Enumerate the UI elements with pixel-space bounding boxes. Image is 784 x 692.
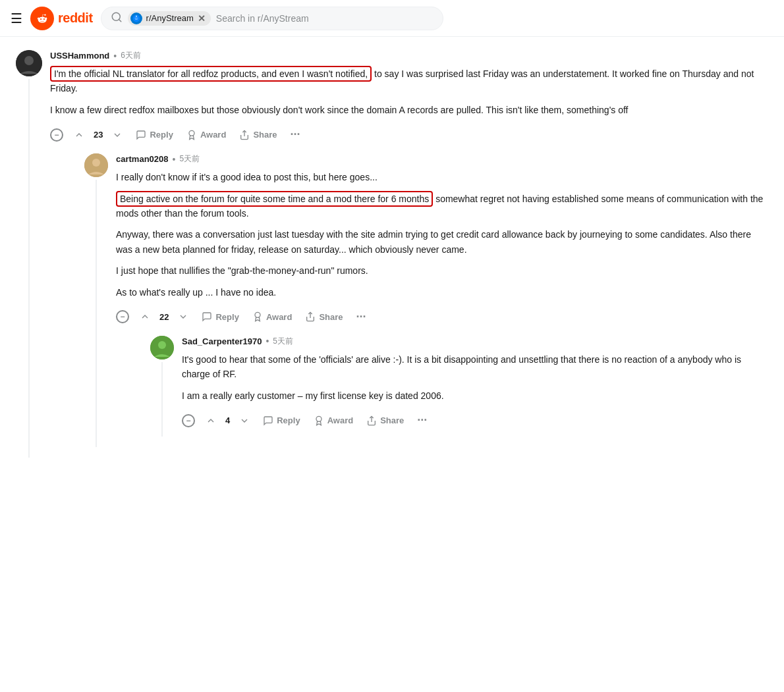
downvote-button-usshammond[interactable] xyxy=(107,126,128,144)
svg-line-2 xyxy=(119,19,121,21)
comment-actions-usshammond: − 23 Reply Award xyxy=(50,124,768,146)
comment-body-cartman: cartman0208 • 5天前 I really don't know if… xyxy=(116,153,768,447)
comment-text-sad: It's good to hear that some of the 'offi… xyxy=(182,352,768,403)
collapse-line-sad[interactable] xyxy=(161,362,163,437)
more-button-cartman[interactable]: ··· xyxy=(351,306,372,328)
comment-actions-cartman: − 22 Reply xyxy=(116,306,768,328)
share-label-usshammond: Share xyxy=(253,130,277,140)
dot-separator: • xyxy=(113,51,117,61)
comment-author-usshammond[interactable]: USSHammond xyxy=(50,51,109,61)
comment-actions-sad: − 4 xyxy=(182,410,768,431)
avatar-usshammond xyxy=(16,50,42,76)
avatar-cartman xyxy=(84,153,108,177)
hamburger-menu-icon[interactable]: ☰ xyxy=(11,11,22,26)
share-button-cartman[interactable]: Share xyxy=(300,307,348,326)
award-button-sad[interactable]: Award xyxy=(308,412,359,430)
reply-button-cartman[interactable]: Reply xyxy=(196,307,244,326)
dot-separator-3: • xyxy=(266,336,269,346)
comment-sad-carpenter: Sad_Carpenter1970 • 5天前 It's good to hea… xyxy=(150,336,768,437)
award-label-usshammond: Award xyxy=(200,130,227,140)
upvote-button-sad[interactable] xyxy=(200,412,221,430)
comment-left-cartman xyxy=(84,153,108,447)
svg-point-10 xyxy=(255,313,260,318)
vote-count-usshammond: 23 xyxy=(94,130,103,140)
avatar-sad-carpenter xyxy=(150,336,174,359)
subreddit-pill[interactable]: r/AnyStream ✕ xyxy=(128,11,211,26)
vote-area-sad: 4 xyxy=(200,412,255,430)
comment-time-sad: 5天前 xyxy=(273,336,293,347)
comment-time-cartman: 5天前 xyxy=(179,153,200,165)
vote-area-cartman: 22 xyxy=(134,307,194,326)
svg-point-13 xyxy=(158,341,166,349)
comment-time-usshammond: 6天前 xyxy=(121,50,141,61)
upvote-button-usshammond[interactable] xyxy=(69,126,90,144)
comment-author-cartman[interactable]: cartman0208 xyxy=(116,154,169,164)
main-content: USSHammond • 6天前 I'm the official NL tra… xyxy=(0,37,784,476)
svg-point-9 xyxy=(92,159,100,167)
comment-author-sad[interactable]: Sad_Carpenter1970 xyxy=(182,336,262,346)
reply-label-sad: Reply xyxy=(277,415,300,425)
reddit-logo[interactable]: reddit xyxy=(30,7,93,30)
comment-body-usshammond: USSHammond • 6天前 I'm the official NL tra… xyxy=(50,50,768,458)
vote-count-cartman: 22 xyxy=(159,312,169,322)
comment-text-cartman: I really don't know if it's a good idea … xyxy=(116,170,768,300)
svg-point-6 xyxy=(189,130,194,136)
reply-button-sad[interactable]: Reply xyxy=(258,412,305,430)
comment-left-sad xyxy=(150,336,174,437)
comment-usshammond: USSHammond • 6天前 I'm the official NL tra… xyxy=(16,50,768,458)
reddit-wordmark: reddit xyxy=(58,11,93,26)
collapse-line-usshammond[interactable] xyxy=(28,79,30,458)
collapse-button-cartman[interactable]: − xyxy=(116,310,129,323)
comment-header-cartman: cartman0208 • 5天前 xyxy=(116,153,768,165)
highlight-span-1: I'm the official NL translator for all r… xyxy=(50,66,372,82)
reply-label-usshammond: Reply xyxy=(150,130,173,140)
collapse-line-cartman[interactable] xyxy=(96,180,97,447)
comment-body-sad: Sad_Carpenter1970 • 5天前 It's good to hea… xyxy=(182,336,768,437)
reply-label-cartman: Reply xyxy=(215,312,238,322)
collapse-button-sad[interactable]: − xyxy=(182,414,195,427)
more-button-usshammond[interactable]: ··· xyxy=(285,124,306,146)
upvote-button-cartman[interactable] xyxy=(134,307,155,326)
share-button-usshammond[interactable]: Share xyxy=(234,126,282,144)
comment-left-usshammond xyxy=(16,50,42,458)
comment-header-sad: Sad_Carpenter1970 • 5天前 xyxy=(182,336,768,347)
award-label-sad: Award xyxy=(327,415,354,425)
comment-header-usshammond: USSHammond • 6天前 xyxy=(50,50,768,61)
share-label-sad: Share xyxy=(380,415,404,425)
subreddit-pill-icon xyxy=(130,13,142,24)
reddit-logo-icon xyxy=(30,7,54,30)
svg-point-14 xyxy=(316,416,322,421)
share-button-sad[interactable]: Share xyxy=(361,412,409,430)
search-icon xyxy=(111,11,123,26)
dot-separator-2: • xyxy=(173,154,176,165)
reddit-snoo-icon xyxy=(35,11,49,26)
downvote-button-sad[interactable] xyxy=(234,412,255,430)
reply-button-usshammond[interactable]: Reply xyxy=(130,126,178,144)
search-bar[interactable]: r/AnyStream ✕ Search in r/AnyStream xyxy=(101,7,443,30)
comment-cartman: cartman0208 • 5天前 I really don't know if… xyxy=(84,153,768,447)
award-button-usshammond[interactable]: Award xyxy=(181,126,232,144)
comment-text-usshammond: I'm the official NL translator for all r… xyxy=(50,67,768,117)
more-button-sad[interactable]: ··· xyxy=(412,410,432,431)
subreddit-pill-close-icon[interactable]: ✕ xyxy=(198,13,206,24)
highlight-span-2: Being active on the forum for quite some… xyxy=(116,191,433,207)
subreddit-name: r/AnyStream xyxy=(146,13,194,23)
vote-count-sad: 4 xyxy=(225,415,230,425)
svg-point-5 xyxy=(24,56,34,65)
share-label-cartman: Share xyxy=(319,312,343,322)
award-button-cartman[interactable]: Award xyxy=(247,307,298,326)
search-input-placeholder: Search in r/AnyStream xyxy=(216,13,309,24)
vote-area-usshammond: 23 xyxy=(69,126,128,144)
downvote-button-cartman[interactable] xyxy=(173,307,194,326)
award-label-cartman: Award xyxy=(266,312,293,322)
navbar: ☰ reddit r/AnyStream ✕ xyxy=(0,0,784,37)
collapse-button-usshammond[interactable]: − xyxy=(50,128,63,142)
